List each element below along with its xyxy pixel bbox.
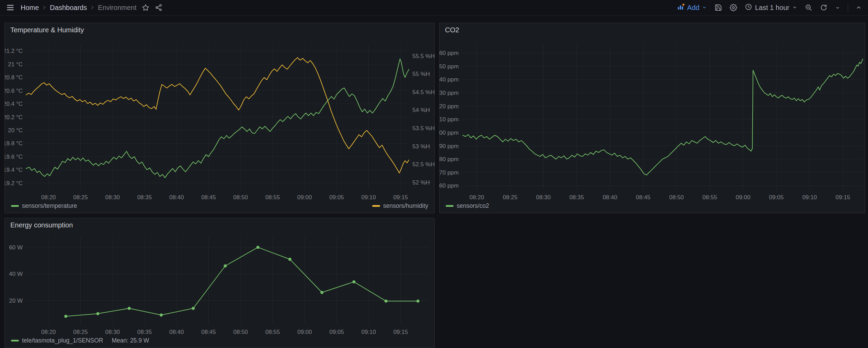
collapse-navbar-button[interactable] — [853, 2, 865, 13]
x-axis-tick-label: 08:55 — [265, 329, 280, 335]
caret-down-icon — [792, 4, 797, 12]
legend-item-humidity[interactable]: sensors/humidity — [372, 202, 428, 210]
y-axis-tick-label: 510 ppm — [439, 116, 459, 123]
y-axis-tick-label: 20.2 °C — [5, 114, 23, 121]
x-axis-tick-label: 08:45 — [201, 194, 216, 201]
x-axis-tick-label: 09:00 — [736, 194, 751, 201]
y-axis-right-tick-label: 54 %H — [412, 107, 430, 113]
x-axis-tick-label: 08:50 — [669, 194, 684, 201]
y-axis-tick-label: 530 ppm — [439, 90, 459, 96]
x-axis-tick-label: 08:25 — [503, 194, 517, 201]
star-icon — [142, 4, 149, 11]
data-point — [128, 307, 131, 310]
menu-icon — [6, 3, 14, 12]
zoom-out-icon — [805, 4, 812, 11]
x-axis-tick-label: 09:15 — [393, 194, 408, 201]
dashboard-settings-button[interactable] — [727, 2, 740, 13]
y-axis-right-tick-label: 55.5 %H — [412, 53, 434, 59]
navbar-left: Home Dashboards Environment — [3, 1, 165, 14]
refresh-dashboard-button[interactable] — [817, 2, 830, 13]
data-point — [352, 280, 355, 283]
share-dashboard-button[interactable] — [152, 2, 165, 13]
add-button[interactable]: Add — [674, 1, 710, 14]
data-point — [192, 307, 195, 310]
caret-down-icon — [702, 4, 707, 12]
legend-item-co2[interactable]: sensors/co2 — [446, 202, 489, 210]
y-axis-tick-label: 500 ppm — [439, 130, 459, 136]
time-range-picker[interactable]: Last 1 hour — [742, 1, 800, 14]
x-axis-tick-label: 08:25 — [73, 329, 88, 335]
x-axis-tick-label: 08:20 — [469, 194, 484, 201]
x-axis-tick-label: 08:20 — [41, 329, 56, 335]
y-axis-right-tick-label: 52 %H — [412, 179, 430, 186]
y-axis-tick-label: 19.8 °C — [5, 140, 23, 147]
panel-title[interactable]: Energy consumption — [10, 221, 73, 229]
x-axis-tick-label: 08:30 — [105, 194, 120, 201]
chevron-right-icon — [90, 5, 95, 10]
menu-button[interactable] — [3, 1, 17, 14]
panel-title[interactable]: Temperature & Humidity — [10, 26, 84, 34]
y-axis-right-tick-label: 52.5 %H — [412, 161, 434, 168]
y-axis-right-tick-label: 53 %H — [412, 143, 430, 150]
y-axis-tick-label: 19.4 °C — [5, 167, 23, 173]
x-axis-tick-label: 08:45 — [636, 194, 651, 201]
save-dashboard-button[interactable] — [712, 2, 725, 13]
y-axis-right-tick-label: 53.5 %H — [412, 125, 434, 132]
panel-title[interactable]: CO2 — [445, 26, 459, 34]
data-point — [64, 315, 67, 318]
legend-item-temperature[interactable]: sensors/temperature — [11, 202, 77, 210]
y-axis-tick-label: 490 ppm — [439, 143, 459, 149]
x-axis-tick-label: 09:10 — [802, 194, 817, 201]
x-axis-tick-label: 09:15 — [836, 194, 850, 201]
y-axis-tick-label: 19.2 °C — [5, 180, 23, 187]
chevron-right-icon — [42, 5, 47, 10]
chevron-up-icon — [856, 4, 862, 11]
refresh-icon — [820, 4, 827, 11]
y-axis-tick-label: 19.6 °C — [5, 154, 23, 160]
y-axis-tick-label: 60 W — [9, 244, 23, 251]
chart-energy[interactable]: 60 W40 W20 W08:2008:2508:3008:3508:4008:… — [5, 232, 434, 337]
legend: tele/tasmota_plug_1/SENSOR Mean: 25.9 W — [11, 336, 428, 345]
x-axis-tick-label: 09:00 — [297, 194, 312, 201]
refresh-interval-dropdown[interactable] — [832, 3, 843, 12]
x-axis-tick-label: 08:35 — [137, 329, 152, 335]
y-axis-tick-label: 460 ppm — [439, 182, 459, 189]
chart-temperature-humidity[interactable]: 21.2 °C21 °C20.8 °C20.6 °C20.4 °C20.2 °C… — [5, 37, 434, 202]
y-axis-tick-label: 520 ppm — [439, 103, 459, 110]
series-color-swatch — [11, 340, 19, 341]
x-axis-tick-label: 08:55 — [265, 194, 280, 201]
favorite-dashboard-button[interactable] — [139, 2, 152, 13]
time-range-label: Last 1 hour — [755, 4, 789, 12]
x-axis-tick-label: 08:50 — [233, 194, 248, 201]
data-point — [224, 265, 227, 268]
legend: sensors/temperature sensors/humidity — [11, 201, 428, 211]
y-axis-tick-label: 21 °C — [8, 61, 23, 68]
y-axis-tick-label: 20 °C — [8, 127, 23, 134]
breadcrumb-dashboards[interactable]: Dashboards — [50, 4, 87, 12]
gear-icon — [730, 4, 737, 11]
x-axis-tick-label: 08:40 — [603, 194, 617, 201]
panel-header: Energy consumption — [5, 218, 434, 232]
data-point — [320, 291, 323, 294]
data-point — [160, 314, 163, 317]
add-button-label: Add — [687, 4, 699, 12]
data-point — [385, 300, 388, 303]
zoom-out-time-button[interactable] — [802, 2, 815, 13]
panel-header: CO2 — [439, 23, 865, 37]
x-axis-tick-label: 08:25 — [73, 194, 88, 201]
panel-header: Temperature & Humidity — [5, 23, 434, 37]
breadcrumb-home[interactable]: Home — [21, 4, 39, 12]
legend-label: sensors/humidity — [383, 202, 428, 210]
legend-item-energy[interactable]: tele/tasmota_plug_1/SENSOR Mean: 25.9 W — [11, 337, 149, 344]
data-point — [288, 258, 292, 261]
y-axis-tick-label: 40 W — [9, 271, 23, 277]
legend-label: sensors/temperature — [22, 202, 77, 210]
top-navbar: Home Dashboards Environment — [0, 0, 868, 15]
breadcrumb: Home Dashboards Environment — [21, 4, 136, 12]
series-color-swatch — [446, 205, 454, 207]
series-line-sensors/temperature — [26, 59, 409, 178]
x-axis-tick-label: 08:40 — [169, 194, 184, 201]
chart-co2[interactable]: 560 ppm550 ppm540 ppm530 ppm520 ppm510 p… — [439, 37, 865, 202]
navbar-right: Add Last 1 hour — [674, 1, 865, 14]
x-axis-tick-label: 08:30 — [536, 194, 551, 201]
